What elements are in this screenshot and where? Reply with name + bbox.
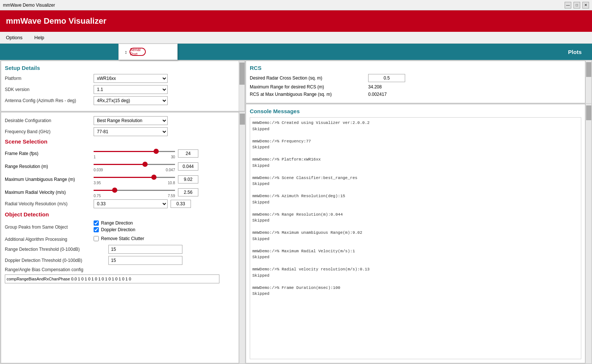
- max-range-rcs-label: Maximum Range for desired RCS (m): [250, 84, 368, 90]
- range-direction-checkbox[interactable]: [94, 220, 99, 226]
- sdk-label: SDK version: [5, 87, 94, 92]
- frequency-band-select[interactable]: 77-81 76-77: [94, 127, 168, 136]
- menu-options[interactable]: Options: [0, 33, 28, 43]
- rcs-max-range-value: 0.002417: [368, 92, 387, 97]
- frame-rate-label: Frame Rate (fps): [5, 151, 94, 156]
- additional-processing-row: Additional Algorithm Processing Remove S…: [5, 236, 235, 243]
- range-angle-bias-input[interactable]: [5, 274, 219, 283]
- max-range-rcs-value: 34.208: [368, 84, 382, 90]
- max-vel-value[interactable]: [178, 188, 198, 196]
- range-res-track[interactable]: [94, 161, 175, 168]
- max-range-slider-container: 3.95 10.8: [94, 173, 175, 185]
- range-angle-bias-row: Range/Angle Bias Compensation config: [5, 267, 235, 272]
- plots-button[interactable]: Plots: [568, 49, 589, 55]
- max-vel-thumb[interactable]: [112, 188, 117, 193]
- menu-bar: Options Help ↕ Serial Port: [0, 32, 592, 44]
- platform-row: Platform xWR16xx xWR14xx xWR18xx: [5, 74, 235, 83]
- rcs-scrollbar: [585, 61, 591, 103]
- console-title: Console Messages: [250, 108, 581, 114]
- minimize-button[interactable]: —: [565, 2, 571, 9]
- doppler-direction-checkbox-row: Doppler Direction: [94, 227, 135, 232]
- desired-rcs-label: Desired Radar Cross Section (sq. m): [250, 75, 368, 81]
- max-vel-row: Maximum Radial Velocity (m/s) 0.75 7.59: [5, 186, 235, 198]
- doppler-direction-checkbox[interactable]: [94, 227, 99, 232]
- vel-res-label: Radial Velocity Resolution (m/s): [5, 201, 94, 206]
- frame-rate-thumb[interactable]: [154, 149, 159, 154]
- max-range-value[interactable]: [178, 175, 198, 183]
- desired-rcs-input[interactable]: [368, 74, 405, 82]
- right-panel: RCS Desired Radar Cross Section (sq. m) …: [246, 61, 591, 363]
- setup-section: Setup Details Platform xWR16xx xWR14xx x…: [1, 61, 245, 111]
- desirable-config-row: Desirable Configuration Best Range Resol…: [5, 116, 235, 125]
- serial-port-item[interactable]: ↕ Serial Port: [119, 46, 177, 58]
- scene-selection-title: Scene Selection: [5, 138, 235, 145]
- rcs-max-range-label: RCS at Max Unambiguous Range (sq. m): [250, 92, 368, 97]
- max-vel-track[interactable]: [94, 186, 175, 194]
- title-bar-text: mmWave Demo Visualizer: [3, 3, 55, 8]
- platform-select[interactable]: xWR16xx xWR14xx xWR18xx: [94, 74, 168, 83]
- console-wrapper: Console Messages mmWDemo:/>% Created usi…: [246, 104, 591, 363]
- max-vel-bounds: 0.75 7.59: [94, 194, 175, 198]
- scene-scrollbar: [239, 112, 245, 363]
- frame-rate-slider-container: 1 30: [94, 148, 175, 159]
- doppler-threshold-label: Doppler Detection Threshold (0-100dB): [5, 258, 108, 263]
- vel-res-row: Radial Velocity Resolution (m/s) 0.33 0.…: [5, 199, 235, 208]
- max-range-track[interactable]: [94, 173, 175, 181]
- group-peaks-checkboxes: Range Direction Doppler Direction: [94, 220, 135, 234]
- range-threshold-input[interactable]: [108, 245, 182, 254]
- vel-res-select[interactable]: 0.33: [94, 199, 168, 208]
- range-res-thumb[interactable]: [142, 162, 148, 167]
- sdk-select[interactable]: 1.1 1.0 1.2: [94, 85, 168, 94]
- range-res-label: Range Resolution (m): [5, 164, 94, 169]
- object-detection-title: Object Detection: [5, 211, 235, 218]
- menu-help[interactable]: Help: [28, 33, 50, 43]
- range-threshold-label: Range Detection Threshold (0-100dB): [5, 247, 108, 252]
- remove-static-clutter-wrapper: Remove Static Clutter: [94, 236, 144, 243]
- max-range-line: [94, 177, 175, 178]
- scene-scrollbar-thumb[interactable]: [240, 114, 245, 125]
- range-res-value[interactable]: [178, 162, 198, 171]
- frame-rate-value[interactable]: [178, 149, 198, 158]
- antenna-label: Antenna Config (Azimuth Res - deg): [5, 98, 94, 103]
- remove-static-clutter-checkbox[interactable]: [94, 236, 99, 241]
- max-range-label: Maximum Unambiguous Range (m): [5, 177, 94, 182]
- antenna-row: Antenna Config (Azimuth Res - deg) 4Rx,2…: [5, 96, 235, 105]
- console-scrollbar: [585, 104, 591, 363]
- max-vel-slider-container: 0.75 7.59: [94, 186, 175, 198]
- max-range-thumb[interactable]: [151, 175, 157, 180]
- scene-wrapper: Desirable Configuration Best Range Resol…: [1, 112, 245, 363]
- desirable-config-select[interactable]: Best Range Resolution Best Velocity Reso…: [94, 116, 168, 125]
- left-panel: Setup Details Platform xWR16xx xWR14xx x…: [1, 61, 245, 363]
- max-range-rcs-row: Maximum Range for desired RCS (m) 34.208: [250, 84, 581, 90]
- rcs-wrapper: RCS Desired Radar Cross Section (sq. m) …: [246, 61, 591, 103]
- console-scrollbar-thumb[interactable]: [586, 105, 591, 120]
- app-title: mmWave Demo Visualizer: [6, 16, 106, 26]
- maximize-button[interactable]: □: [574, 2, 580, 9]
- serial-port-label[interactable]: Serial Port: [130, 48, 146, 56]
- range-res-row: Range Resolution (m) 0.039 0.047: [5, 161, 235, 172]
- frame-rate-track[interactable]: [94, 148, 175, 155]
- group-peaks-row: Group Peaks from Same Object Range Direc…: [5, 220, 235, 234]
- rcs-max-range-row: RCS at Max Unambiguous Range (sq. m) 0.0…: [250, 92, 581, 97]
- serial-port-icon: ↕: [125, 49, 127, 55]
- desired-rcs-row: Desired Radar Cross Section (sq. m): [250, 74, 581, 82]
- console-messages[interactable]: mmWDemo:/>% Created using Visualizer ver…: [250, 117, 581, 359]
- setup-scrollbar-thumb[interactable]: [239, 63, 245, 85]
- setup-inner: Setup Details Platform xWR16xx xWR14xx x…: [1, 61, 239, 111]
- rcs-scrollbar-thumb[interactable]: [586, 62, 591, 77]
- desirable-config-label: Desirable Configuration: [5, 118, 94, 123]
- antenna-select[interactable]: 4Rx,2Tx(15 deg) 4Rx,1Tx(30 deg): [94, 96, 168, 105]
- range-angle-bias-input-row: [5, 274, 235, 283]
- main-content: Setup Details Platform xWR16xx xWR14xx x…: [0, 60, 592, 364]
- setup-title: Setup Details: [5, 65, 235, 71]
- max-vel-label: Maximum Radial Velocity (m/s): [5, 190, 94, 195]
- toolbar: Plots: [0, 44, 592, 60]
- doppler-threshold-row: Doppler Detection Threshold (0-100dB): [5, 256, 235, 265]
- doppler-threshold-input[interactable]: [108, 256, 182, 265]
- close-button[interactable]: ✕: [582, 2, 589, 9]
- range-res-fill: [94, 164, 145, 165]
- console-section: Console Messages mmWDemo:/>% Created usi…: [246, 104, 585, 363]
- rcs-title: RCS: [250, 65, 581, 71]
- setup-scrollbar: [239, 61, 245, 111]
- frequency-band-row: Frequency Band (GHz) 77-81 76-77: [5, 127, 235, 136]
